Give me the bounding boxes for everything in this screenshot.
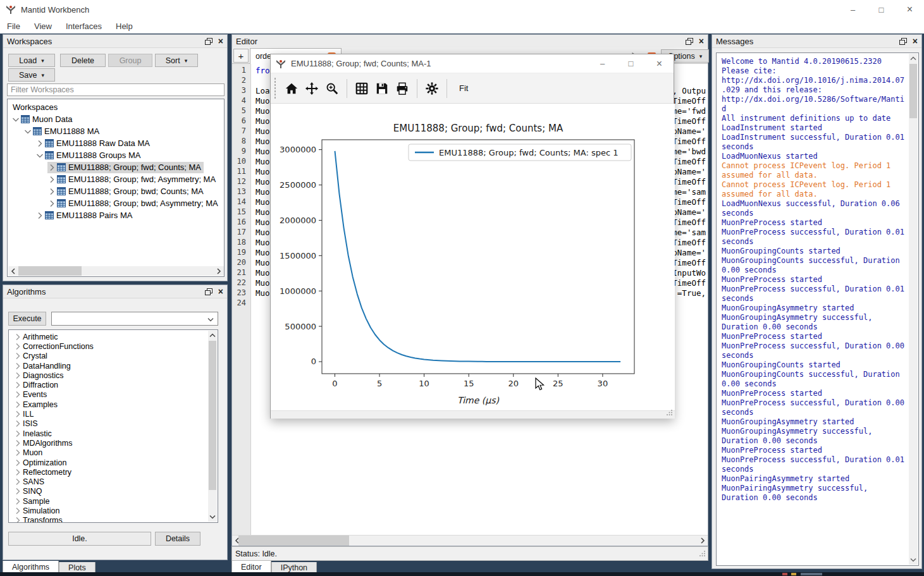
algorithm-category[interactable]: Diagnostics	[9, 371, 218, 380]
plot-window-titlebar[interactable]: EMU11888; Group; fwd; Counts; MA-1 – □ ×	[271, 54, 674, 73]
algorithm-category[interactable]: Sample	[9, 496, 218, 506]
close-button[interactable]: ×	[896, 0, 924, 19]
sort-button[interactable]: Sort▾	[155, 54, 198, 67]
plot-canvas[interactable]: 0500000100000015000002000000250000030000…	[271, 104, 675, 410]
workspace-tree-item[interactable]: EMU11888; Group; bwd; Asymmetry; MA	[8, 197, 224, 209]
expander-icon[interactable]	[13, 507, 23, 515]
algorithm-category[interactable]: Examples	[9, 400, 218, 409]
float-panel-icon[interactable]	[205, 38, 213, 45]
scroll-left-icon[interactable]	[8, 266, 18, 276]
float-panel-icon[interactable]	[686, 38, 693, 45]
messages-log[interactable]: Welcome to Mantid 4.0.20190615.2320Pleas…	[716, 52, 919, 566]
workspace-tree-item[interactable]: EMU11888; Group; fwd; Asymmetry; MA	[8, 173, 224, 185]
scrollbar-thumb[interactable]	[909, 64, 917, 118]
menu-item[interactable]: View	[27, 21, 59, 31]
algorithm-category[interactable]: Arithmetic	[9, 332, 218, 341]
scroll-up-icon[interactable]	[909, 54, 918, 63]
expander-icon[interactable]	[13, 517, 23, 523]
workspace-tree-item[interactable]: EMU11888 Groups MA	[8, 149, 224, 161]
expander-icon[interactable]	[13, 333, 23, 341]
workspace-tree-root[interactable]: Workspaces	[8, 101, 224, 113]
algorithm-category[interactable]: MDAlgorithms	[9, 438, 218, 448]
expander-icon[interactable]	[13, 391, 23, 398]
zoom-button[interactable]	[322, 78, 342, 99]
algorithm-category[interactable]: Inelastic	[9, 429, 218, 438]
workspace-tree-item[interactable]: EMU11888; Group; fwd; Counts; MA	[8, 161, 224, 173]
load-button[interactable]: Load▾	[8, 54, 55, 67]
execute-button[interactable]: Execute	[8, 312, 46, 326]
algorithm-category[interactable]: ILL	[9, 409, 218, 419]
expander-icon[interactable]	[13, 487, 23, 495]
workspace-tree-item[interactable]: EMU11888; Group; bwd; Counts; MA	[8, 185, 224, 197]
workspace-tree-item[interactable]: EMU11888 Pairs MA	[8, 209, 224, 221]
algorithm-category[interactable]: Simulation	[9, 506, 218, 515]
menu-item[interactable]: File	[0, 21, 27, 31]
expander-icon[interactable]	[35, 212, 44, 219]
algorithm-category[interactable]: SINQ	[9, 487, 218, 496]
scroll-right-icon[interactable]	[698, 536, 708, 546]
algorithm-category[interactable]: Reflectometry	[9, 467, 218, 477]
scrollbar-thumb[interactable]	[209, 341, 216, 490]
new-tab-button[interactable]: +	[233, 49, 249, 63]
scroll-down-icon[interactable]	[909, 555, 918, 565]
pan-button[interactable]	[302, 78, 322, 99]
workspace-tree-item[interactable]: Muon Data	[8, 113, 224, 125]
expander-icon[interactable]	[47, 200, 56, 207]
algorithm-progress-button[interactable]: Idle.	[8, 532, 151, 546]
scroll-right-icon[interactable]	[214, 266, 224, 276]
expander-icon[interactable]	[47, 188, 56, 195]
workspace-tree-item[interactable]: EMU11888 MA	[8, 125, 224, 137]
algorithm-category[interactable]: ISIS	[9, 419, 218, 429]
fit-button[interactable]: Fit	[452, 79, 476, 98]
expander-icon[interactable]	[13, 439, 23, 447]
expander-icon[interactable]	[35, 140, 44, 147]
expander-icon[interactable]	[13, 469, 23, 476]
save-button[interactable]: Save▾	[8, 68, 55, 82]
grid-toggle-button[interactable]	[352, 78, 372, 99]
resize-grip[interactable]	[667, 408, 673, 417]
expander-icon[interactable]	[47, 164, 56, 171]
algorithm-category[interactable]: Optimization	[9, 458, 218, 467]
close-panel-icon[interactable]: ×	[699, 38, 704, 44]
expander-icon[interactable]	[13, 459, 23, 467]
save-figure-button[interactable]	[372, 78, 392, 99]
close-button[interactable]: ×	[645, 54, 674, 73]
messages-vscrollbar[interactable]	[909, 54, 918, 565]
expander-icon[interactable]	[13, 498, 23, 505]
editor-hscrollbar[interactable]	[232, 535, 708, 546]
expander-icon[interactable]	[13, 352, 23, 360]
minimize-button[interactable]: –	[588, 54, 617, 73]
algorithm-category[interactable]: Diffraction	[9, 380, 218, 389]
expander-icon[interactable]	[13, 449, 23, 457]
expander-icon[interactable]	[13, 430, 23, 438]
expander-icon[interactable]	[13, 362, 23, 370]
scrollbar-thumb[interactable]	[238, 536, 349, 546]
float-panel-icon[interactable]	[205, 288, 213, 295]
group-button[interactable]: Group	[108, 54, 152, 67]
expander-icon[interactable]	[35, 152, 44, 159]
details-button[interactable]: Details	[155, 532, 200, 546]
algorithm-search-combobox[interactable]	[51, 312, 218, 326]
expander-icon[interactable]	[11, 116, 20, 123]
expander-icon[interactable]	[13, 410, 23, 418]
expander-icon[interactable]	[13, 420, 23, 427]
minimize-button[interactable]: –	[839, 0, 867, 19]
resize-grip[interactable]	[699, 549, 706, 558]
delete-button[interactable]: Delete	[60, 54, 106, 67]
toolbar-drag-handle[interactable]	[274, 77, 276, 100]
close-panel-icon[interactable]: ×	[913, 38, 918, 44]
expander-icon[interactable]	[23, 128, 32, 135]
expander-icon[interactable]	[13, 372, 23, 379]
algorithm-category[interactable]: DataHandling	[9, 361, 218, 371]
algorithm-list-vscrollbar[interactable]	[208, 331, 217, 522]
algorithm-category[interactable]: Muon	[9, 448, 218, 458]
expander-icon[interactable]	[13, 478, 23, 486]
workspace-tree-item[interactable]: EMU11888 Raw Data MA	[8, 137, 224, 149]
algorithm-category[interactable]: Events	[9, 390, 218, 400]
menu-item[interactable]: Interfaces	[59, 21, 109, 31]
scroll-down-icon[interactable]	[208, 512, 217, 522]
scrollbar-thumb[interactable]	[18, 266, 82, 276]
workspace-tree-hscrollbar[interactable]	[8, 266, 224, 276]
expander-icon[interactable]	[13, 343, 23, 350]
expander-icon[interactable]	[13, 381, 23, 389]
